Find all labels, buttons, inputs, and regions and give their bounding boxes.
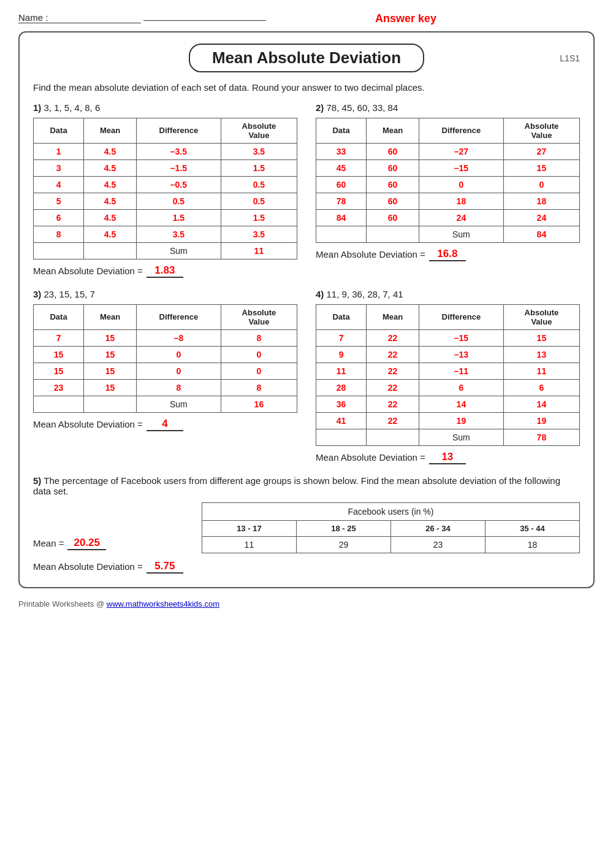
table-cell: 3.5 <box>221 226 297 242</box>
problem-4-mad-value: 13 <box>429 451 466 464</box>
problem-5-mad-value: 5.75 <box>147 560 183 574</box>
table-cell: 0.5 <box>136 193 221 209</box>
table-cell: –0.5 <box>136 176 221 193</box>
problems-row-3-4: 3) 23, 15, 15, 7 Data Mean Difference Ab… <box>33 289 580 464</box>
table-cell: 23 <box>34 379 84 396</box>
sum-cell: 11 <box>221 242 297 259</box>
table-cell: 22 <box>367 379 419 396</box>
table-cell: 0 <box>136 363 221 379</box>
problem-5-mean-row: Mean = 20.25 <box>33 537 183 550</box>
sum-cell <box>84 396 137 412</box>
col-diff: Difference <box>136 118 221 143</box>
table-cell: 9 <box>316 346 367 363</box>
table-cell: 15 <box>503 159 579 176</box>
sum-cell <box>34 242 84 259</box>
table-cell: 6 <box>503 379 579 396</box>
problem-4-title: 4) 11, 9, 36, 28, 7, 41 <box>316 289 580 299</box>
col-abs: AbsoluteValue <box>221 118 297 143</box>
fb-data-cell: 11 <box>202 536 296 553</box>
name-label: Name : <box>18 12 266 23</box>
table-cell: 45 <box>316 159 367 176</box>
table-cell: 0 <box>221 363 297 379</box>
table-cell: 6 <box>34 209 84 226</box>
table-cell: 36 <box>316 396 367 412</box>
table-cell: 41 <box>316 412 367 429</box>
sum-cell <box>316 429 367 445</box>
problem-4-table: Data Mean Difference AbsoluteValue 722–1… <box>316 304 580 446</box>
table-cell: 11 <box>503 363 579 379</box>
table-cell: 60 <box>367 193 419 209</box>
table-cell: 22 <box>367 412 419 429</box>
table-cell: 19 <box>419 412 503 429</box>
table-cell: 15 <box>84 379 137 396</box>
table-cell: –27 <box>419 143 503 159</box>
table-cell: 15 <box>84 363 137 379</box>
table-cell: 3 <box>34 159 84 176</box>
table-cell: –1.5 <box>136 159 221 176</box>
instructions-text: Find the mean absolute deviation of each… <box>33 81 580 95</box>
problem-3: 3) 23, 15, 15, 7 Data Mean Difference Ab… <box>33 289 297 464</box>
problem-3-mad-value: 4 <box>147 418 183 431</box>
table-cell: 4.5 <box>84 226 137 242</box>
table-cell: 7 <box>34 329 84 346</box>
table-cell: 4.5 <box>84 143 137 159</box>
sum-cell: 16 <box>221 396 297 412</box>
table-cell: 33 <box>316 143 367 159</box>
table-cell: 60 <box>316 176 367 193</box>
table-cell: 8 <box>136 379 221 396</box>
table-cell: 84 <box>316 209 367 226</box>
table-cell: 4.5 <box>84 193 137 209</box>
table-cell: 1.5 <box>221 159 297 176</box>
table-cell: 1.5 <box>221 209 297 226</box>
table-cell: 60 <box>367 159 419 176</box>
facebook-table-wrap: Facebook users (in %) 13 - 1718 - 2526 -… <box>202 502 580 558</box>
table-cell: 0 <box>221 346 297 363</box>
problem-4-mad-row: Mean Absolute Deviation = 13 <box>316 451 580 464</box>
sum-cell: Sum <box>419 226 503 242</box>
problem-5-mad-row: Mean Absolute Deviation = 5.75 <box>33 560 183 574</box>
problem-1-table: Data Mean Difference AbsoluteValue 14.5–… <box>33 118 297 259</box>
table-cell: 22 <box>367 363 419 379</box>
table-cell: 60 <box>367 209 419 226</box>
table-cell: 4.5 <box>84 209 137 226</box>
table-cell: –15 <box>419 329 503 346</box>
sum-cell: Sum <box>136 242 221 259</box>
table-cell: 60 <box>367 143 419 159</box>
col-mean: Mean <box>84 118 137 143</box>
table-cell: 22 <box>367 329 419 346</box>
worksheet-title: Mean Absolute Deviation <box>189 44 424 72</box>
table-cell: 60 <box>367 176 419 193</box>
table-cell: 0.5 <box>221 193 297 209</box>
table-cell: 3.5 <box>221 143 297 159</box>
problem-1-mad-row: Mean Absolute Deviation = 1.83 <box>33 264 297 278</box>
problem-2-mad-row: Mean Absolute Deviation = 16.8 <box>316 248 580 261</box>
table-cell: 0 <box>136 346 221 363</box>
table-cell: 5 <box>34 193 84 209</box>
table-cell: 8 <box>34 226 84 242</box>
table-cell: 19 <box>503 412 579 429</box>
level-label: L1S1 <box>560 53 580 63</box>
table-cell: –8 <box>136 329 221 346</box>
table-cell: –15 <box>419 159 503 176</box>
sum-cell: 78 <box>503 429 579 445</box>
table-cell: 6 <box>419 379 503 396</box>
fb-col-header: 26 - 34 <box>390 520 485 536</box>
table-cell: 14 <box>503 396 579 412</box>
table-cell: 22 <box>367 396 419 412</box>
sum-cell <box>316 226 367 242</box>
table-cell: 8 <box>221 329 297 346</box>
table-cell: 24 <box>503 209 579 226</box>
table-cell: 14 <box>419 396 503 412</box>
table-cell: 78 <box>316 193 367 209</box>
table-cell: 15 <box>34 346 84 363</box>
sum-cell: Sum <box>419 429 503 445</box>
table-cell: 18 <box>503 193 579 209</box>
table-cell: 18 <box>419 193 503 209</box>
table-cell: 15 <box>84 346 137 363</box>
problem-3-title: 3) 23, 15, 15, 7 <box>33 289 297 299</box>
sum-cell: 84 <box>503 226 579 242</box>
footer-link[interactable]: www.mathworksheets4kids.com <box>107 599 219 609</box>
answer-key-label: Answer key <box>266 12 546 25</box>
problem-5-mean-value: 20.25 <box>67 537 106 550</box>
table-cell: 15 <box>34 363 84 379</box>
